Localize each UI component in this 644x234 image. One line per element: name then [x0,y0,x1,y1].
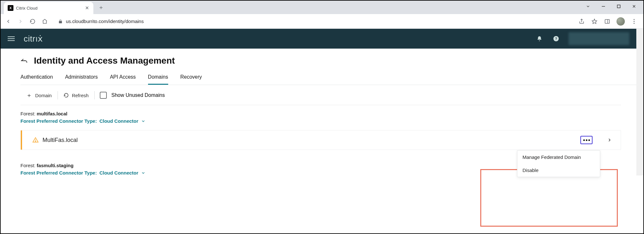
page-body: Identity and Access Management Authentic… [1,49,636,176]
refresh-label: Refresh [72,93,89,98]
star-icon[interactable] [591,18,598,25]
svg-point-6 [633,19,634,20]
new-tab-button[interactable]: ＋ [97,3,106,12]
show-unused-label: Show Unused Domains [111,92,165,98]
panel-icon[interactable] [604,18,611,25]
browser-toolbar: us.cloudburrito.com/identity/domains [1,14,643,29]
back-button[interactable] [4,17,13,26]
bell-icon[interactable] [533,33,546,45]
connector-type-toggle[interactable]: Forest Preferred Connector Type:Cloud Co… [20,118,621,124]
tab-title: Citrix Cloud [16,6,82,11]
home-button[interactable] [40,17,49,26]
address-bar[interactable]: us.cloudburrito.com/identity/domains [54,16,573,27]
share-icon[interactable] [578,18,585,25]
disable-item[interactable]: Disable [517,164,600,177]
window-controls: ✕ [581,1,641,12]
tab-domains[interactable]: Domains [148,74,168,85]
browser-tab[interactable]: X Citrix Cloud ✕ [4,2,93,14]
page-title: Identity and Access Management [34,56,175,66]
tab-favicon: X [8,5,13,11]
lock-icon [58,19,63,24]
close-icon[interactable]: ✕ [84,5,90,11]
more-actions-button[interactable] [580,136,593,144]
tabs-row: Authentication Administrators API Access… [20,74,636,85]
page-title-row: Identity and Access Management [20,56,636,66]
toolbar-right-icons [578,17,638,26]
close-window-button[interactable]: ✕ [627,1,641,12]
tab-administrators[interactable]: Administrators [65,74,98,85]
svg-point-12 [35,141,36,142]
plus-icon: ＋ [26,91,32,99]
refresh-button[interactable]: Refresh [58,91,95,99]
svg-text:?: ? [555,37,557,41]
profile-avatar[interactable] [617,17,625,26]
svg-point-7 [633,21,634,22]
forest-label: Forest: multifas.local [20,111,621,116]
brand-logo: citrıẋ [24,34,43,44]
maximize-button[interactable] [611,1,626,12]
url-text: us.cloudburrito.com/identity/domains [66,19,144,24]
warning-icon [32,137,39,143]
actions-row: ＋ Domain Refresh Show Unused Domains [20,90,621,105]
minimize-button[interactable] [596,1,611,12]
refresh-icon [64,93,69,98]
tab-strip: X Citrix Cloud ✕ ＋ ✕ [1,1,643,14]
kebab-menu-icon[interactable] [631,18,638,25]
add-domain-button[interactable]: ＋ Domain [20,90,58,100]
help-icon[interactable]: ? [550,33,562,45]
expand-button[interactable] [605,136,614,144]
tab-api-access[interactable]: API Access [110,74,136,85]
highlight-annotation [480,169,618,227]
back-arrow-icon[interactable] [20,58,27,63]
svg-rect-4 [605,20,609,23]
svg-rect-1 [617,5,620,8]
app-header: citrıẋ ? [1,29,636,49]
actions-dropdown: Manage Federated Domain Disable [517,150,600,177]
hamburger-menu[interactable] [8,36,15,41]
dropdown-icon[interactable] [581,1,595,12]
browser-chrome: X Citrix Cloud ✕ ＋ ✕ us.cloudburrito.com… [1,1,643,29]
add-domain-label: Domain [35,93,52,98]
domain-name: MultiFas.local [43,137,580,144]
show-unused-toggle[interactable]: Show Unused Domains [95,90,168,100]
reload-button[interactable] [28,17,37,26]
forest-block: Forest: multifas.local Forest Preferred … [20,111,621,150]
chevron-down-icon [141,171,145,175]
checkbox-icon [100,92,107,99]
svg-point-8 [633,23,634,24]
svg-marker-3 [592,19,597,23]
domain-card: MultiFas.local Manage Federated Domain D… [20,130,621,150]
status-bar [21,130,22,150]
account-menu[interactable] [569,32,629,45]
tab-authentication[interactable]: Authentication [20,74,53,85]
chevron-down-icon [141,119,145,123]
tab-recovery[interactable]: Recovery [180,74,202,85]
forward-button[interactable] [16,17,25,26]
manage-federated-domain-item[interactable]: Manage Federated Domain [517,151,600,164]
app-frame: citrıẋ ? Identity and Access Management … [1,29,643,176]
